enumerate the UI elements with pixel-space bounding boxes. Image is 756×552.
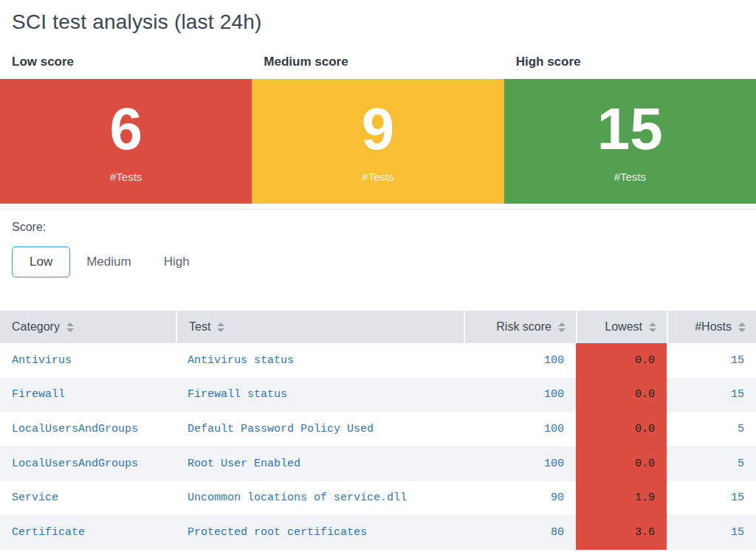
cell-risk-score[interactable]: 100: [464, 412, 576, 446]
cell-category[interactable]: Firewall: [0, 378, 176, 413]
cell-category[interactable]: LocalUsersAndGroups: [0, 446, 176, 481]
cell-hosts[interactable]: 15: [667, 515, 756, 550]
cell-test[interactable]: Uncommon locations of service.dll: [176, 481, 464, 516]
score-filter-low-button[interactable]: Low: [12, 246, 70, 277]
cell-category[interactable]: Certificate: [0, 515, 176, 550]
table-row: LocalUsersAndGroups Default Password Pol…: [0, 412, 756, 446]
cell-lowest[interactable]: 0.0: [576, 378, 667, 413]
medium-score-label: Medium score: [252, 55, 504, 69]
tests-table: Category Test Risk score Lowest #Hosts A…: [0, 311, 756, 550]
cell-risk-score[interactable]: 100: [464, 446, 576, 481]
cell-test[interactable]: Protected root certificates: [176, 515, 464, 550]
sort-icon: [558, 322, 566, 332]
cell-risk-score[interactable]: 100: [464, 378, 576, 413]
cell-lowest[interactable]: 0.0: [576, 412, 667, 446]
cell-test[interactable]: Antivirus status: [176, 343, 464, 378]
cell-hosts[interactable]: 5: [667, 412, 756, 446]
low-score-label: Low score: [0, 55, 252, 69]
column-header-category[interactable]: Category: [0, 311, 176, 343]
low-score-value: 6: [109, 100, 142, 159]
table-row: Antivirus Antivirus status 100 0.0 15: [0, 343, 756, 378]
high-score-caption: #Tests: [614, 170, 646, 183]
column-header-risk-score-label: Risk score: [496, 320, 551, 334]
sort-icon: [66, 322, 74, 332]
score-filter-options: Low Medium High: [12, 246, 744, 277]
table-row: Service Uncommon locations of service.dl…: [0, 481, 756, 516]
cell-category[interactable]: Antivirus: [0, 343, 176, 378]
cell-test[interactable]: Default Password Policy Used: [176, 412, 464, 446]
cell-hosts[interactable]: 15: [667, 378, 756, 413]
cell-category[interactable]: LocalUsersAndGroups: [0, 412, 176, 446]
score-filter-label: Score:: [12, 221, 744, 234]
high-score-card[interactable]: 15 #Tests: [504, 79, 756, 204]
cell-hosts[interactable]: 15: [667, 481, 756, 516]
page-title: SCI test analysis (last 24h): [12, 10, 744, 34]
table-row: Certificate Protected root certificates …: [0, 515, 756, 550]
cell-risk-score[interactable]: 90: [464, 481, 576, 516]
cell-hosts[interactable]: 15: [667, 343, 756, 378]
column-header-hosts[interactable]: #Hosts: [667, 311, 756, 343]
column-header-test[interactable]: Test: [176, 311, 464, 343]
cell-category[interactable]: Service: [0, 481, 176, 516]
sort-icon: [649, 322, 656, 332]
table-body: Antivirus Antivirus status 100 0.0 15 Fi…: [0, 343, 756, 550]
medium-score-card[interactable]: 9 #Tests: [252, 79, 504, 204]
cell-test[interactable]: Root User Enabled: [176, 446, 464, 481]
score-filter-medium-button[interactable]: Medium: [86, 246, 131, 277]
score-card-labels: Low score Medium score High score: [0, 55, 756, 69]
low-score-card[interactable]: 6 #Tests: [0, 79, 252, 204]
cell-test[interactable]: Firewall status: [176, 378, 464, 413]
cell-lowest[interactable]: 0.0: [576, 343, 667, 378]
column-header-test-label: Test: [189, 320, 210, 334]
cell-risk-score[interactable]: 100: [464, 343, 576, 378]
low-score-caption: #Tests: [110, 170, 142, 183]
table-row: LocalUsersAndGroups Root User Enabled 10…: [0, 446, 756, 481]
high-score-value: 15: [597, 100, 663, 159]
column-header-hosts-label: #Hosts: [695, 320, 732, 334]
column-header-lowest[interactable]: Lowest: [576, 311, 667, 343]
high-score-label: High score: [504, 55, 756, 69]
sort-icon: [217, 322, 224, 332]
cell-lowest[interactable]: 1.9: [576, 481, 667, 516]
medium-score-value: 9: [362, 100, 395, 159]
cell-lowest[interactable]: 3.6: [576, 515, 667, 550]
single-value-cards: 6 #Tests 9 #Tests 15 #Tests: [0, 79, 756, 204]
sort-icon: [738, 322, 746, 332]
column-header-risk-score[interactable]: Risk score: [464, 311, 576, 343]
cell-hosts[interactable]: 5: [667, 446, 756, 481]
medium-score-caption: #Tests: [362, 170, 394, 183]
column-header-lowest-label: Lowest: [605, 320, 642, 334]
column-header-category-label: Category: [12, 320, 60, 334]
table-row: Firewall Firewall status 100 0.0 15: [0, 378, 756, 413]
cell-lowest[interactable]: 0.0: [576, 446, 667, 481]
score-filter-panel: Score: Low Medium High: [0, 209, 756, 277]
cell-risk-score[interactable]: 80: [464, 515, 576, 550]
score-filter-high-button[interactable]: High: [163, 246, 190, 277]
table-header-row: Category Test Risk score Lowest #Hosts: [0, 311, 756, 343]
